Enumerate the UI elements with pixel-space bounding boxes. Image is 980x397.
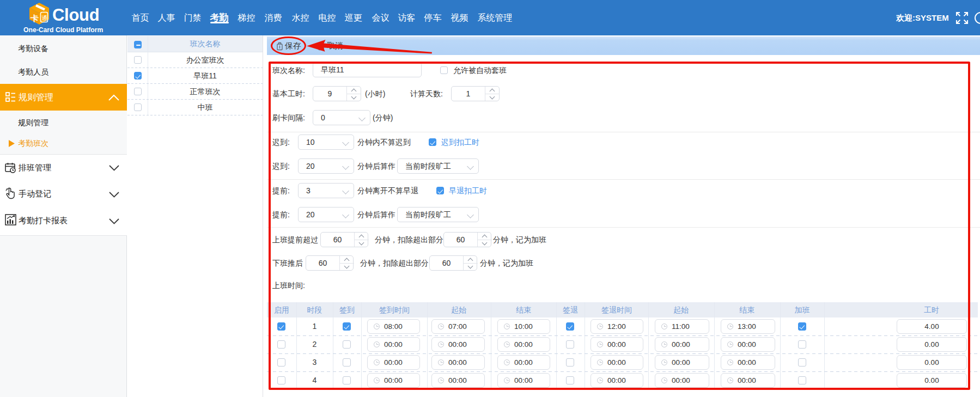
svg-text:通: 通 [41,15,47,21]
svg-text:卡: 卡 [30,14,39,23]
